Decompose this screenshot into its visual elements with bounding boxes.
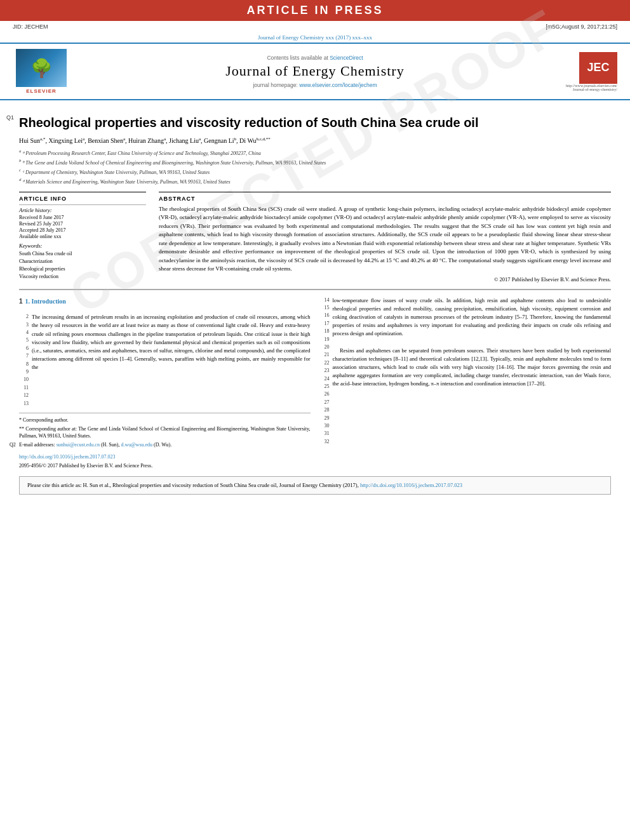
received-date: Received 8 June 2017 — [19, 215, 146, 220]
email1-link[interactable]: sunhui@ecust.edu.cn — [57, 442, 100, 448]
body-right-col: 1415161718 1920212223 2425262728 2930313… — [320, 297, 612, 470]
abstract-column: ABSTRACT The rheological properties of S… — [159, 192, 611, 283]
keywords-list: South China Sea crude oil Characterizati… — [19, 250, 146, 281]
section1-num: 1 — [19, 297, 23, 310]
article-info-header: ARTICLE INFO — [19, 196, 146, 202]
homepage-label: journal homepage: — [253, 82, 297, 88]
email-label: E-mail addresses: — [19, 442, 55, 448]
article-title: Rheological properties and viscosity red… — [19, 114, 611, 131]
journal-title-center: Contents lists available at ScienceDirec… — [76, 55, 554, 88]
left-line-numbers: 234567 8910111213 — [19, 313, 29, 408]
main-content: CORRECTED PROOF Q1 Rheological propertie… — [0, 100, 630, 501]
affiliation-c: c ᶜ Department of Chemistry, Washington … — [19, 167, 611, 176]
jid-right: [m5G;August 9, 2017;21:25] — [546, 23, 617, 30]
footnote-q2: Q2 E-mail addresses: sunhui@ecust.edu.cn… — [19, 441, 311, 448]
article-body: 1 1. Introduction 234567 8910111213 The … — [19, 297, 611, 470]
keyword-1: South China Sea crude oil — [19, 250, 146, 258]
abstract-header: ABSTRACT — [159, 192, 611, 202]
and-text: and — [465, 380, 473, 387]
journal-header: 🌳 ELSEVIER Contents lists available at S… — [0, 43, 630, 100]
contents-label: Contents lists available at — [267, 55, 328, 61]
affiliation-b: b ᵇ The Gene and Linda Voiland School of… — [19, 157, 611, 166]
affiliation-d: d ᵈ Materials Science and Engineering, W… — [19, 177, 611, 185]
info-divider — [19, 204, 146, 205]
elsevier-logo: 🌳 ELSEVIER — [13, 49, 70, 94]
q2-label: Q2 — [10, 441, 16, 448]
body-two-col: 1 1. Introduction 234567 8910111213 The … — [19, 297, 611, 470]
abstract-text: The rheological properties of South Chin… — [159, 205, 611, 274]
right-body-lines: 1415161718 1920212223 2425262728 2930313… — [320, 297, 612, 446]
journal-main-title: Journal of Energy Chemistry — [76, 63, 554, 79]
affiliations: a ᵃ Petroleum Processing Research Center… — [19, 148, 611, 185]
affiliation-a: a ᵃ Petroleum Processing Research Center… — [19, 148, 611, 157]
keyword-4: Viscosity reduction — [19, 273, 146, 281]
revised-date: Revised 25 July 2017 — [19, 221, 146, 227]
email2-link[interactable]: d.wu@wsu.edu — [121, 442, 152, 448]
section1-heading: 1. Introduction — [25, 297, 66, 307]
footnote-corresponding1: * Corresponding author. — [19, 417, 311, 423]
contents-line: Contents lists available at ScienceDirec… — [76, 55, 554, 61]
doi-link[interactable]: http://dx.doi.org/10.1016/j.jechem.2017.… — [19, 454, 116, 460]
email1-name: (H. Sun) — [101, 442, 119, 448]
accepted-date: Accepted 28 July 2017 — [19, 227, 146, 233]
elsevier-text: ELSEVIER — [26, 88, 57, 94]
right-body-text: low-temperature flow issues of waxy crud… — [333, 297, 612, 446]
keywords-title: Keywords: — [19, 243, 146, 249]
elsevier-logo-image: 🌳 — [16, 49, 67, 87]
abstract-copyright: © 2017 Published by Elsevier B.V. and Sc… — [159, 276, 611, 283]
available-date: Available online xxx — [19, 234, 146, 239]
citation-doi-link[interactable]: http://dx.doi.org/10.1016/j.jechem.2017.… — [360, 482, 462, 488]
footnote-corresponding2: ** Corresponding author at: The Gene and… — [19, 425, 311, 439]
article-info-column: ARTICLE INFO Article history: Received 8… — [19, 192, 146, 283]
keyword-2: Characterization — [19, 258, 146, 265]
homepage-link[interactable]: www.elsevier.com/locate/jechem — [299, 82, 377, 88]
journal-homepage: journal homepage: www.elsevier.com/locat… — [76, 82, 554, 88]
jec-url: http://www.journals.elsevier.com/Journal… — [560, 84, 617, 91]
journal-link[interactable]: Journal of Energy Chemistry xxx (2017) x… — [258, 34, 372, 41]
jid-row: JID: JECHEM [m5G;August 9, 2017;21:25] — [0, 21, 630, 32]
doi-section: http://dx.doi.org/10.1016/j.jechem.2017.… — [19, 453, 311, 470]
body-divider — [19, 289, 611, 290]
jec-logo: JEC http://www.journals.elsevier.com/Jou… — [560, 52, 617, 91]
journal-link-row: Journal of Energy Chemistry xxx (2017) x… — [0, 32, 630, 43]
body-left-col: 1 1. Introduction 234567 8910111213 The … — [19, 297, 311, 470]
citation-box: Please cite this article as: H. Sun et a… — [19, 476, 611, 495]
science-direct-link[interactable]: ScienceDirect — [330, 55, 363, 61]
authors-line: Hui Suna,*, Xingxing Leia, Benxian Shena… — [19, 136, 611, 145]
article-in-press-banner: ARTICLE IN PRESS — [0, 0, 630, 21]
citation-text: Please cite this article as: H. Sun et a… — [27, 482, 359, 488]
email2-name: (D. Wu). — [154, 442, 171, 448]
footnotes-section: * Corresponding author. ** Corresponding… — [19, 413, 311, 449]
left-body-text: The increasing demand of petroleum resul… — [32, 313, 311, 408]
article-info-abstract-section: ARTICLE INFO Article history: Received 8… — [19, 192, 611, 283]
right-line-numbers: 1415161718 1920212223 2425262728 2930313… — [320, 297, 330, 446]
keyword-3: Rheological properties — [19, 265, 146, 273]
left-body-lines: 234567 8910111213 The increasing demand … — [19, 313, 311, 408]
elsevier-tree-icon: 🌳 — [30, 58, 53, 79]
q1-label: Q1 — [6, 114, 14, 121]
keywords-section: Keywords: South China Sea crude oil Char… — [19, 243, 146, 281]
jid-left: JID: JECHEM — [13, 23, 48, 30]
history-label: Article history: — [19, 207, 146, 213]
jec-logo-box: JEC — [579, 52, 617, 84]
issn-text: 2095-4956/© 2017 Published by Elsevier B… — [19, 462, 311, 470]
